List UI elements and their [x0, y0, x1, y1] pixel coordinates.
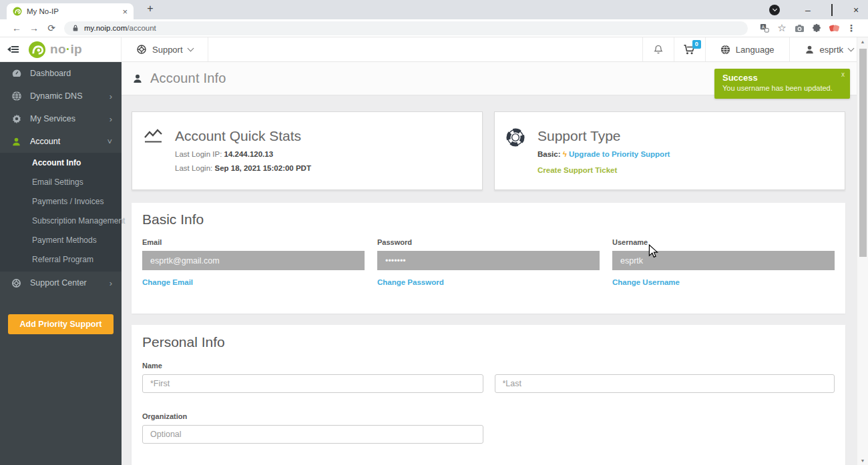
- password-field[interactable]: [377, 251, 600, 270]
- browser-tab[interactable]: My No-IP ×: [7, 3, 134, 19]
- sidebar-item-dynamic-dns[interactable]: Dynamic DNS ›: [0, 85, 122, 107]
- username-label: Username: [612, 238, 835, 246]
- noip-logo-text: no·ip: [50, 42, 82, 57]
- submenu-item-referral-program[interactable]: Referral Program: [0, 250, 122, 270]
- change-password-link[interactable]: Change Password: [377, 278, 444, 286]
- email-column: Email Change Email: [142, 238, 365, 288]
- forward-icon[interactable]: →: [25, 23, 43, 33]
- window-close-button[interactable]: ×: [844, 5, 868, 15]
- language-menu[interactable]: Language: [706, 37, 789, 61]
- toast-title: Success: [722, 73, 842, 83]
- scroll-up-icon[interactable]: ▲: [857, 39, 868, 44]
- support-menu[interactable]: Support: [122, 37, 208, 61]
- email-label: Email: [142, 238, 365, 246]
- sidebar-item-account[interactable]: Account ˅: [0, 130, 122, 153]
- create-support-ticket-link[interactable]: Create Support Ticket: [537, 166, 617, 174]
- page-title: Account Info: [150, 71, 226, 86]
- upgrade-priority-support-link[interactable]: Upgrade to Priority Support: [569, 150, 670, 158]
- translate-icon[interactable]: A: [756, 23, 773, 33]
- tab-close-icon[interactable]: ×: [122, 7, 128, 16]
- user-name-label: esprtk: [820, 45, 843, 55]
- password-label: Password: [377, 238, 600, 246]
- gear-icon: [11, 113, 22, 124]
- browser-profile-icon[interactable]: [769, 5, 780, 15]
- toast-message: You username has been updated.: [722, 84, 842, 92]
- basic-info-columns: Email Change Email Password Change Passw…: [142, 238, 835, 288]
- submenu-item-account-info[interactable]: Account Info: [0, 153, 122, 173]
- first-name-field[interactable]: [142, 374, 483, 393]
- account-submenu: Account Info Email Settings Payments / I…: [0, 153, 122, 272]
- support-type-card: Support Type Basic: ϟ Upgrade to Priorit…: [494, 111, 845, 190]
- sidebar-item-dashboard[interactable]: Dashboard: [0, 62, 122, 85]
- svg-text:A: A: [762, 25, 765, 29]
- success-toast: Success You username has been updated. x: [714, 69, 850, 99]
- change-username-link[interactable]: Change Username: [612, 278, 680, 286]
- window-maximize-button[interactable]: [820, 5, 844, 15]
- change-email-link[interactable]: Change Email: [142, 278, 193, 286]
- basic-info-title: Basic Info: [142, 211, 835, 227]
- submenu-item-payment-methods[interactable]: Payment Methods: [0, 231, 122, 250]
- sidebar-collapse-button[interactable]: [0, 37, 25, 61]
- line-chart-icon: [144, 128, 164, 189]
- username-field[interactable]: [612, 251, 835, 270]
- submenu-item-email-settings[interactable]: Email Settings: [0, 173, 122, 192]
- card-body: Account Quick Stats Last Login IP: 14.24…: [175, 128, 311, 189]
- noip-logo[interactable]: no·ip: [25, 37, 121, 61]
- chevron-right-icon: ›: [110, 91, 112, 101]
- scrollbar-thumb[interactable]: [859, 49, 867, 257]
- last-name-field[interactable]: [495, 374, 835, 393]
- noip-logo-mark: [28, 41, 46, 59]
- app-header: no·ip Support 0 Language esprtk: [0, 37, 868, 62]
- submenu-item-subscription-management[interactable]: Subscription Management: [0, 211, 122, 231]
- sidebar-item-support-center[interactable]: Support Center ›: [0, 272, 122, 294]
- dashboard-icon: [11, 68, 22, 79]
- lightning-bolt-icon: ϟ: [563, 150, 567, 158]
- hamburger-icon: [11, 46, 19, 53]
- user-icon: [805, 45, 815, 55]
- username-column: Username Change Username: [612, 238, 835, 288]
- cart-badge: 0: [692, 40, 701, 49]
- last-login-value: Sep 18, 2021 15:02:00 PDT: [214, 164, 310, 172]
- url-text: my.noip.com/account: [84, 24, 156, 32]
- email-field[interactable]: [142, 251, 365, 270]
- organization-field[interactable]: [142, 425, 483, 444]
- card-body: Support Type Basic: ϟ Upgrade to Priorit…: [537, 128, 670, 189]
- header-spacer: [208, 37, 642, 61]
- sidebar-item-label: Account: [30, 137, 60, 146]
- basic-info-panel: Basic Info Email Change Email Password C…: [132, 203, 845, 314]
- scroll-down-icon[interactable]: ▼: [857, 458, 868, 463]
- user-icon: [11, 137, 22, 147]
- reload-icon[interactable]: ⟳: [43, 23, 60, 33]
- browser-url-bar: ← → ⟳ my.noip.com/account A ☆ ⋮: [0, 19, 868, 37]
- extensions-puzzle-icon[interactable]: [808, 23, 825, 33]
- support-plan-line: Basic: ϟ Upgrade to Priority Support: [537, 150, 670, 158]
- extension-red-icon[interactable]: [825, 23, 843, 33]
- chevron-right-icon: ›: [110, 278, 112, 288]
- chevron-down-icon: ˅: [107, 137, 112, 147]
- toast-close-icon[interactable]: x: [841, 71, 845, 78]
- browser-menu-icon[interactable]: ⋮: [843, 23, 860, 33]
- add-priority-support-button[interactable]: Add Priority Support: [8, 314, 114, 334]
- sidebar-item-my-services[interactable]: My Services ›: [0, 107, 122, 130]
- language-label: Language: [736, 45, 775, 55]
- sidebar-item-label: My Services: [30, 114, 75, 123]
- bookmark-star-icon[interactable]: ☆: [773, 22, 791, 34]
- submenu-item-payments-invoices[interactable]: Payments / Invoices: [0, 192, 122, 211]
- camera-icon[interactable]: [791, 24, 808, 33]
- last-login-line: Last Login: Sep 18, 2021 15:02:00 PDT: [175, 164, 311, 172]
- window-minimize-button[interactable]: –: [796, 5, 820, 15]
- page-scrollbar[interactable]: ▲ ▼: [857, 37, 868, 465]
- personal-info-title: Personal Info: [142, 334, 835, 350]
- account-quick-stats-card: Account Quick Stats Last Login IP: 14.24…: [132, 111, 483, 190]
- back-icon[interactable]: ←: [8, 23, 25, 33]
- sidebar-item-label: Support Center: [30, 278, 87, 288]
- address-bar[interactable]: my.noip.com/account: [64, 21, 748, 35]
- last-login-ip-value: 14.244.120.13: [224, 150, 274, 158]
- chevron-down-icon: [848, 45, 855, 51]
- new-tab-button[interactable]: +: [143, 3, 158, 15]
- cart-button[interactable]: 0: [674, 37, 705, 61]
- last-login-ip-line: Last Login IP: 14.244.120.13: [175, 150, 311, 158]
- support-menu-label: Support: [152, 45, 183, 55]
- name-label: Name: [142, 362, 835, 370]
- notifications-button[interactable]: [643, 37, 674, 61]
